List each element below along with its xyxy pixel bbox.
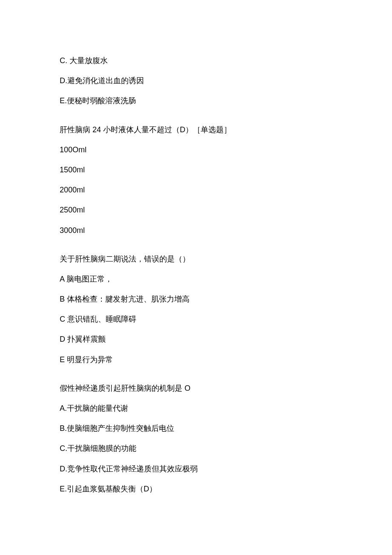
option-c: C 意识错乱、睡眠障碍 [60, 314, 332, 325]
option-a: A 脑电图正常， [60, 274, 332, 285]
question-block-3: 关于肝性脑病二期说法，错误的是（） A 脑电图正常， B 体格检查：腱发射亢进、… [60, 254, 332, 365]
question-stem: 假性神经递质引起肝性脑病的机制是 O [60, 383, 332, 394]
option-d: D 扑翼样震颤 [60, 334, 332, 345]
option-3: 2000ml [60, 185, 332, 195]
option-e: E.引起血浆氨基酸失衡（D） [60, 484, 332, 494]
option-2: 1500ml [60, 165, 332, 175]
option-b: B 体格检查：腱发射亢进、肌张力增高 [60, 294, 332, 305]
question-block-1: C. 大量放腹水 D.避免消化道出血的诱因 E.便秘时弱酸溶液洗肠 [60, 55, 332, 107]
option-e: E 明显行为异常 [60, 355, 332, 365]
question-block-2: 肝性脑病 24 小时液体人量不超过（D）［单选题］ 100Oml 1500ml … [60, 125, 332, 236]
option-b: B.使脑细胞产生抑制性突触后电位 [60, 423, 332, 434]
option-1: 100Oml [60, 145, 332, 155]
option-5: 3000ml [60, 225, 332, 236]
option-4: 2500ml [60, 205, 332, 215]
option-e: E.便秘时弱酸溶液洗肠 [60, 96, 332, 106]
option-c: C. 大量放腹水 [60, 55, 332, 66]
question-stem: 肝性脑病 24 小时液体人量不超过（D）［单选题］ [60, 125, 332, 135]
option-a: A.干扰脑的能量代谢 [60, 403, 332, 414]
option-d: D.避免消化道出血的诱因 [60, 76, 332, 86]
option-c: C.干扰脑细胞膜的功能 [60, 443, 332, 454]
question-block-4: 假性神经递质引起肝性脑病的机制是 O A.干扰脑的能量代谢 B.使脑细胞产生抑制… [60, 383, 332, 494]
question-stem: 关于肝性脑病二期说法，错误的是（） [60, 254, 332, 264]
option-d: D.竞争性取代正常神经递质但其效应极弱 [60, 464, 332, 474]
